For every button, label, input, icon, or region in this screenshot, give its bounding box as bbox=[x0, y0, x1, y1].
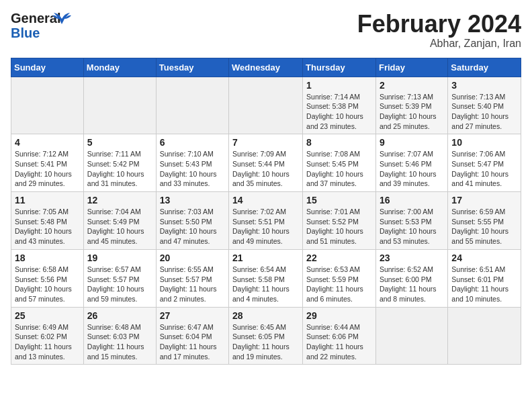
day-number: 5 bbox=[87, 137, 152, 148]
calendar-cell: 9Sunrise: 7:07 AM Sunset: 5:46 PM Daylig… bbox=[375, 134, 447, 192]
calendar-cell: 3Sunrise: 7:13 AM Sunset: 5:40 PM Daylig… bbox=[448, 77, 521, 134]
day-info: Sunrise: 7:08 AM Sunset: 5:45 PM Dayligh… bbox=[306, 149, 372, 189]
day-number: 24 bbox=[451, 253, 517, 263]
day-number: 4 bbox=[15, 137, 80, 148]
day-number: 22 bbox=[306, 253, 372, 263]
day-number: 16 bbox=[380, 195, 444, 205]
day-info: Sunrise: 7:07 AM Sunset: 5:46 PM Dayligh… bbox=[380, 149, 444, 189]
day-number: 6 bbox=[160, 137, 225, 148]
day-info: Sunrise: 7:03 AM Sunset: 5:50 PM Dayligh… bbox=[160, 207, 225, 246]
day-info: Sunrise: 6:57 AM Sunset: 5:57 PM Dayligh… bbox=[87, 265, 152, 304]
calendar-cell: 17Sunrise: 6:59 AM Sunset: 5:55 PM Dayli… bbox=[448, 192, 521, 250]
day-info: Sunrise: 7:00 AM Sunset: 5:53 PM Dayligh… bbox=[380, 207, 444, 246]
day-info: Sunrise: 7:12 AM Sunset: 5:41 PM Dayligh… bbox=[15, 149, 80, 189]
day-info: Sunrise: 6:44 AM Sunset: 6:06 PM Dayligh… bbox=[306, 322, 372, 362]
calendar-cell: 5Sunrise: 7:11 AM Sunset: 5:42 PM Daylig… bbox=[83, 134, 156, 192]
day-info: Sunrise: 6:48 AM Sunset: 6:03 PM Dayligh… bbox=[87, 322, 152, 362]
calendar-body: 1Sunrise: 7:14 AM Sunset: 5:38 PM Daylig… bbox=[11, 77, 521, 365]
logo-bird-icon bbox=[52, 12, 71, 27]
day-info: Sunrise: 7:05 AM Sunset: 5:48 PM Dayligh… bbox=[15, 207, 80, 246]
day-number: 18 bbox=[15, 253, 80, 263]
day-info: Sunrise: 6:49 AM Sunset: 6:02 PM Dayligh… bbox=[15, 322, 80, 362]
day-number: 20 bbox=[160, 253, 225, 263]
day-number: 25 bbox=[15, 310, 80, 321]
calendar-cell: 8Sunrise: 7:08 AM Sunset: 5:45 PM Daylig… bbox=[303, 134, 376, 192]
calendar-week-row: 11Sunrise: 7:05 AM Sunset: 5:48 PM Dayli… bbox=[11, 192, 521, 250]
calendar-cell: 27Sunrise: 6:47 AM Sunset: 6:04 PM Dayli… bbox=[156, 307, 228, 365]
weekday-wednesday: Wednesday bbox=[229, 58, 303, 77]
calendar-cell bbox=[229, 77, 303, 134]
calendar-cell: 22Sunrise: 6:53 AM Sunset: 5:59 PM Dayli… bbox=[303, 249, 376, 307]
day-info: Sunrise: 7:11 AM Sunset: 5:42 PM Dayligh… bbox=[87, 149, 152, 189]
day-number: 27 bbox=[160, 310, 225, 321]
month-title: February 2024 bbox=[357, 11, 521, 38]
calendar-cell: 18Sunrise: 6:58 AM Sunset: 5:56 PM Dayli… bbox=[11, 249, 84, 307]
logo: General Blue bbox=[11, 11, 64, 44]
day-info: Sunrise: 6:54 AM Sunset: 5:58 PM Dayligh… bbox=[232, 265, 299, 304]
day-number: 12 bbox=[87, 195, 152, 205]
header: General Blue February 2024 Abhar, Zanjan… bbox=[11, 11, 521, 50]
calendar-cell: 2Sunrise: 7:13 AM Sunset: 5:39 PM Daylig… bbox=[375, 77, 447, 134]
day-info: Sunrise: 7:02 AM Sunset: 5:51 PM Dayligh… bbox=[232, 207, 299, 246]
calendar-cell: 14Sunrise: 7:02 AM Sunset: 5:51 PM Dayli… bbox=[229, 192, 303, 250]
weekday-sunday: Sunday bbox=[11, 58, 84, 77]
weekday-monday: Monday bbox=[83, 58, 156, 77]
calendar-cell: 6Sunrise: 7:10 AM Sunset: 5:43 PM Daylig… bbox=[156, 134, 228, 192]
calendar-cell: 23Sunrise: 6:52 AM Sunset: 6:00 PM Dayli… bbox=[375, 249, 447, 307]
day-info: Sunrise: 6:51 AM Sunset: 6:01 PM Dayligh… bbox=[451, 265, 517, 304]
location-title: Abhar, Zanjan, Iran bbox=[357, 38, 521, 50]
day-number: 29 bbox=[306, 310, 372, 321]
day-info: Sunrise: 6:58 AM Sunset: 5:56 PM Dayligh… bbox=[15, 265, 80, 304]
calendar-cell: 20Sunrise: 6:55 AM Sunset: 5:57 PM Dayli… bbox=[156, 249, 228, 307]
weekday-thursday: Thursday bbox=[303, 58, 376, 77]
calendar-cell: 29Sunrise: 6:44 AM Sunset: 6:06 PM Dayli… bbox=[303, 307, 376, 365]
day-number: 3 bbox=[451, 80, 517, 91]
calendar-week-row: 1Sunrise: 7:14 AM Sunset: 5:38 PM Daylig… bbox=[11, 77, 521, 134]
title-area: February 2024 Abhar, Zanjan, Iran bbox=[357, 11, 521, 50]
calendar-cell: 28Sunrise: 6:45 AM Sunset: 6:05 PM Dayli… bbox=[229, 307, 303, 365]
calendar-cell: 16Sunrise: 7:00 AM Sunset: 5:53 PM Dayli… bbox=[375, 192, 447, 250]
day-info: Sunrise: 7:10 AM Sunset: 5:43 PM Dayligh… bbox=[160, 149, 225, 189]
day-info: Sunrise: 6:55 AM Sunset: 5:57 PM Dayligh… bbox=[160, 265, 225, 304]
calendar-table: SundayMondayTuesdayWednesdayThursdayFrid… bbox=[11, 58, 521, 365]
calendar-cell bbox=[83, 77, 156, 134]
calendar-cell: 11Sunrise: 7:05 AM Sunset: 5:48 PM Dayli… bbox=[11, 192, 84, 250]
calendar-cell: 10Sunrise: 7:06 AM Sunset: 5:47 PM Dayli… bbox=[448, 134, 521, 192]
day-info: Sunrise: 7:13 AM Sunset: 5:39 PM Dayligh… bbox=[380, 92, 444, 132]
weekday-tuesday: Tuesday bbox=[156, 58, 228, 77]
calendar-cell: 26Sunrise: 6:48 AM Sunset: 6:03 PM Dayli… bbox=[83, 307, 156, 365]
day-info: Sunrise: 7:14 AM Sunset: 5:38 PM Dayligh… bbox=[306, 92, 372, 132]
day-info: Sunrise: 7:04 AM Sunset: 5:49 PM Dayligh… bbox=[87, 207, 152, 246]
day-number: 19 bbox=[87, 253, 152, 263]
day-number: 7 bbox=[232, 137, 299, 148]
day-number: 2 bbox=[380, 80, 444, 91]
day-info: Sunrise: 6:52 AM Sunset: 6:00 PM Dayligh… bbox=[380, 265, 444, 304]
calendar-week-row: 18Sunrise: 6:58 AM Sunset: 5:56 PM Dayli… bbox=[11, 249, 521, 307]
weekday-saturday: Saturday bbox=[448, 58, 521, 77]
day-number: 8 bbox=[306, 137, 372, 148]
calendar-cell: 1Sunrise: 7:14 AM Sunset: 5:38 PM Daylig… bbox=[303, 77, 376, 134]
calendar-cell bbox=[375, 307, 447, 365]
calendar-cell: 15Sunrise: 7:01 AM Sunset: 5:52 PM Dayli… bbox=[303, 192, 376, 250]
day-number: 17 bbox=[451, 195, 517, 205]
day-info: Sunrise: 7:09 AM Sunset: 5:44 PM Dayligh… bbox=[232, 149, 299, 189]
day-number: 10 bbox=[451, 137, 517, 148]
day-info: Sunrise: 7:06 AM Sunset: 5:47 PM Dayligh… bbox=[451, 149, 517, 189]
logo-blue: Blue bbox=[11, 26, 64, 40]
calendar-cell: 21Sunrise: 6:54 AM Sunset: 5:58 PM Dayli… bbox=[229, 249, 303, 307]
day-number: 21 bbox=[232, 253, 299, 263]
calendar-cell: 4Sunrise: 7:12 AM Sunset: 5:41 PM Daylig… bbox=[11, 134, 84, 192]
calendar-week-row: 25Sunrise: 6:49 AM Sunset: 6:02 PM Dayli… bbox=[11, 307, 521, 365]
calendar-cell bbox=[11, 77, 84, 134]
calendar-cell: 19Sunrise: 6:57 AM Sunset: 5:57 PM Dayli… bbox=[83, 249, 156, 307]
weekday-friday: Friday bbox=[375, 58, 447, 77]
day-info: Sunrise: 6:47 AM Sunset: 6:04 PM Dayligh… bbox=[160, 322, 225, 362]
day-info: Sunrise: 6:45 AM Sunset: 6:05 PM Dayligh… bbox=[232, 322, 299, 362]
calendar-cell: 12Sunrise: 7:04 AM Sunset: 5:49 PM Dayli… bbox=[83, 192, 156, 250]
day-number: 13 bbox=[160, 195, 225, 205]
day-info: Sunrise: 6:59 AM Sunset: 5:55 PM Dayligh… bbox=[451, 207, 517, 246]
day-number: 14 bbox=[232, 195, 299, 205]
calendar-cell bbox=[448, 307, 521, 365]
calendar-cell: 24Sunrise: 6:51 AM Sunset: 6:01 PM Dayli… bbox=[448, 249, 521, 307]
calendar-cell: 13Sunrise: 7:03 AM Sunset: 5:50 PM Dayli… bbox=[156, 192, 228, 250]
